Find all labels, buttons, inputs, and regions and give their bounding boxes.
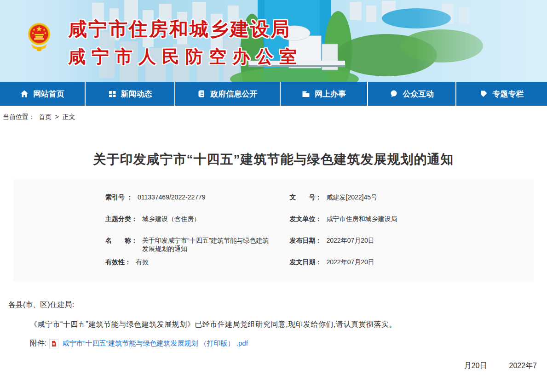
breadcrumb-label: 当前位置： [3, 113, 35, 120]
breadcrumb: 当前位置： 首页 > 正文 [0, 106, 547, 119]
meta-label: 发文单位： [290, 215, 322, 223]
meta-value: 关于印发咸宁市“十四五”建筑节能与绿色建筑发展规划的通知 [142, 237, 274, 253]
breadcrumb-home-link[interactable]: 首页 [39, 113, 52, 120]
body-paragraph: 《咸宁市“十四五”建筑节能与绿色建筑发展规划》已经市住建局党组研究同意,现印发给… [0, 320, 547, 330]
nav-item-home[interactable]: 网站首页 [0, 82, 86, 106]
document-body: 各县(市、区)住建局: 《咸宁市“十四五”建筑节能与绿色建筑发展规划》已经市住建… [0, 300, 547, 348]
main-nav: 网站首页 新闻动态 政府信息公开 网上办事 公众互动 [0, 82, 547, 106]
org-name-line1: 咸宁市住房和城乡建设局 [68, 17, 303, 42]
nav-item-label: 专题专栏 [493, 89, 524, 99]
meta-value: 011337469/2022-22779 [138, 193, 206, 201]
pdf-file-icon [49, 339, 58, 348]
tag-icon [480, 90, 488, 98]
breadcrumb-current: 正文 [63, 113, 75, 120]
org-titles: 咸宁市住房和城乡建设局 咸宁市人民防空办公室 [68, 17, 303, 68]
grid-icon [108, 90, 116, 98]
chat-bubble-icon [390, 90, 398, 98]
nav-item-label: 政府信息公开 [210, 89, 257, 99]
nav-item-public-interaction[interactable]: 公众互动 [368, 82, 456, 106]
nav-item-label: 公众互动 [403, 89, 434, 99]
meta-validity: 有效性： 有效 [13, 252, 274, 273]
attachment-row: 附件: 咸宁市“十四五”建筑节能与绿色建筑发展规划 （打印版） .pdf [0, 339, 547, 348]
nav-item-label: 网站首页 [33, 89, 64, 99]
org-name-line2: 咸宁市人民防空办公室 [68, 45, 303, 68]
date-part-2: 2022年7 [509, 362, 537, 369]
page: 咸宁市住房和城乡建设局 咸宁市人民防空办公室 网站首页 新闻动态 政府信息公开 [0, 0, 547, 392]
meta-label: 文 号： [290, 193, 322, 202]
meta-label: 主题分类： [105, 215, 138, 223]
meta-label: 索引号 ： [105, 193, 133, 202]
briefcase-icon [302, 90, 310, 98]
meta-issue-date: 发文日期： 2022年07月20日 [274, 252, 534, 273]
meta-value: 城乡建设（含住房） [142, 215, 200, 223]
meta-value: 2022年07月20日 [327, 258, 374, 267]
meta-label: 名 称： [105, 237, 138, 245]
salutation: 各县(市、区)住建局: [0, 300, 547, 310]
document-icon [197, 90, 206, 98]
nav-item-online-services[interactable]: 网上办事 [281, 82, 369, 106]
breadcrumb-separator: > [55, 113, 59, 120]
header-banner: 咸宁市住房和城乡建设局 咸宁市人民防空办公室 [0, 0, 547, 82]
china-national-emblem-icon [28, 20, 51, 55]
meta-issuing-unit: 发文单位： 咸宁市住房和城乡建设局 [274, 209, 534, 230]
publish-date-line: 月20日2022年7 [464, 361, 537, 371]
meta-topic-category: 主题分类： 城乡建设（含住房） [13, 209, 274, 230]
meta-value: 有效 [136, 258, 149, 267]
meta-label: 有效性： [105, 258, 131, 267]
nav-item-news[interactable]: 新闻动态 [86, 82, 175, 106]
nav-item-special-topics[interactable]: 专题专栏 [456, 82, 547, 106]
meta-label: 发布日期： [290, 237, 322, 245]
meta-label: 发文日期： [290, 258, 322, 267]
nav-item-label: 新闻动态 [121, 89, 152, 99]
meta-value: 2022年07月20日 [327, 237, 374, 245]
meta-doc-number: 文 号： 咸建发[2022]45号 [274, 187, 534, 209]
nav-item-label: 网上办事 [315, 89, 346, 99]
attachment-label: 附件: [30, 339, 46, 348]
date-part-1: 月20日 [464, 362, 487, 369]
home-icon [20, 90, 29, 98]
meta-value: 咸宁市住房和城乡建设局 [327, 215, 397, 223]
nav-item-gov-info[interactable]: 政府信息公开 [175, 82, 280, 106]
meta-value: 咸建发[2022]45号 [327, 193, 378, 202]
meta-doc-name: 名 称： 关于印发咸宁市“十四五”建筑节能与绿色建筑发展规划的通知 [13, 230, 274, 252]
meta-index-number: 索引号 ： 011337469/2022-22779 [13, 187, 274, 209]
meta-publish-date: 发布日期： 2022年07月20日 [274, 230, 534, 252]
meta-grid: 索引号 ： 011337469/2022-22779 文 号： 咸建发[2022… [13, 187, 534, 273]
document-meta-panel: 索引号 ： 011337469/2022-22779 文 号： 咸建发[2022… [13, 180, 534, 282]
attachment-pdf-link[interactable]: 咸宁市“十四五”建筑节能与绿色建筑发展规划 （打印版） .pdf [62, 339, 248, 348]
page-title: 关于印发咸宁市“十四五”建筑节能与绿色建筑发展规划的通知 [0, 151, 547, 168]
